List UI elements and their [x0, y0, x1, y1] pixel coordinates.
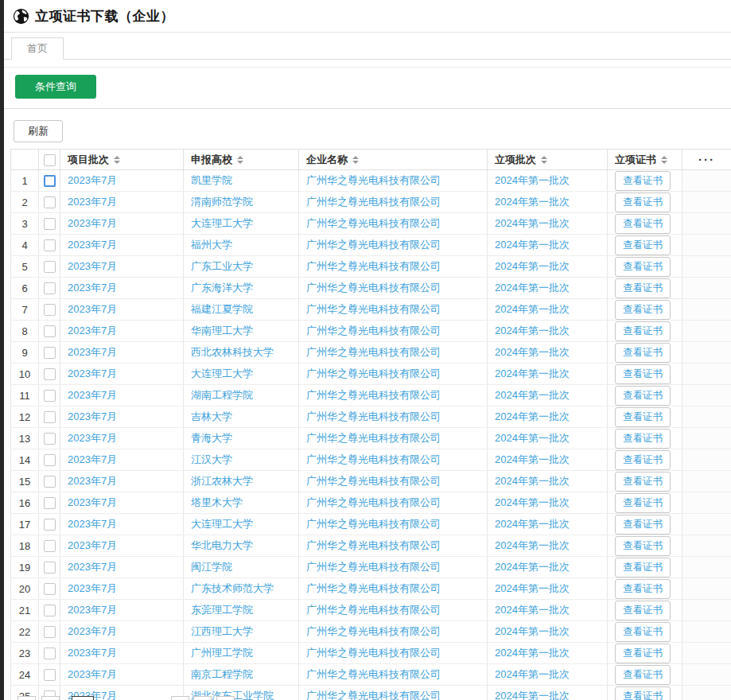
view-certificate-button[interactable]: 查看证书	[615, 171, 671, 191]
university-link[interactable]: 湖南工程学院	[191, 389, 253, 401]
row-checkbox[interactable]	[44, 304, 56, 316]
university-link[interactable]: 浙江农林大学	[191, 475, 253, 487]
company-link[interactable]: 广州华之尊光电科技有限公司	[306, 496, 441, 508]
pagination-button-fragment[interactable]	[17, 696, 36, 700]
row-checkbox[interactable]	[44, 519, 56, 531]
row-checkbox[interactable]	[44, 454, 56, 466]
approval-batch-link[interactable]: 2024年第一批次	[495, 668, 570, 680]
row-checkbox[interactable]	[44, 540, 56, 552]
view-certificate-button[interactable]: 查看证书	[615, 257, 671, 277]
view-certificate-button[interactable]: 查看证书	[615, 429, 671, 449]
view-certificate-button[interactable]: 查看证书	[615, 450, 671, 470]
company-link[interactable]: 广州华之尊光电科技有限公司	[306, 475, 441, 487]
column-header-1[interactable]: 申报高校	[184, 150, 299, 170]
project-batch-link[interactable]: 2023年7月	[68, 604, 117, 616]
column-header-4[interactable]: 立项证书	[608, 150, 682, 170]
view-certificate-button[interactable]: 查看证书	[615, 665, 671, 685]
project-batch-link[interactable]: 2023年7月	[68, 668, 117, 680]
tab-home[interactable]: 首页	[11, 37, 64, 60]
view-certificate-button[interactable]: 查看证书	[615, 407, 671, 427]
university-link[interactable]: 福州大学	[191, 239, 232, 251]
row-checkbox[interactable]	[44, 562, 56, 574]
project-batch-link[interactable]: 2023年7月	[68, 496, 117, 508]
approval-batch-link[interactable]: 2024年第一批次	[495, 260, 570, 272]
pagination-button-fragment[interactable]	[41, 696, 60, 700]
view-certificate-button[interactable]: 查看证书	[615, 515, 671, 535]
university-link[interactable]: 西北农林科技大学	[191, 346, 274, 358]
row-checkbox[interactable]	[44, 476, 56, 488]
company-link[interactable]: 广州华之尊光电科技有限公司	[306, 690, 441, 700]
company-link[interactable]: 广州华之尊光电科技有限公司	[306, 217, 441, 229]
approval-batch-link[interactable]: 2024年第一批次	[495, 368, 570, 379]
approval-batch-link[interactable]: 2024年第一批次	[495, 496, 570, 508]
approval-batch-link[interactable]: 2024年第一批次	[495, 539, 570, 551]
approval-batch-link[interactable]: 2024年第一批次	[495, 389, 570, 401]
project-batch-link[interactable]: 2023年7月	[68, 282, 117, 294]
university-link[interactable]: 凯里学院	[191, 174, 232, 186]
university-link[interactable]: 华南理工大学	[191, 325, 253, 336]
university-link[interactable]: 塔里木大学	[191, 496, 243, 508]
approval-batch-link[interactable]: 2024年第一批次	[495, 282, 570, 294]
pagination-button-fragment[interactable]	[171, 696, 189, 700]
sort-icon[interactable]	[541, 156, 547, 164]
view-certificate-button[interactable]: 查看证书	[615, 644, 671, 663]
project-batch-link[interactable]: 2023年7月	[68, 647, 117, 659]
university-link[interactable]: 渭南师范学院	[191, 196, 253, 208]
more-columns-button[interactable]: ···	[698, 153, 715, 166]
company-link[interactable]: 广州华之尊光电科技有限公司	[306, 432, 441, 444]
view-certificate-button[interactable]: 查看证书	[615, 300, 671, 320]
approval-batch-link[interactable]: 2024年第一批次	[495, 625, 570, 637]
project-batch-link[interactable]: 2023年7月	[68, 518, 117, 530]
view-certificate-button[interactable]: 查看证书	[615, 321, 671, 341]
row-checkbox[interactable]	[44, 347, 56, 359]
company-link[interactable]: 广州华之尊光电科技有限公司	[306, 668, 441, 680]
approval-batch-link[interactable]: 2024年第一批次	[495, 239, 570, 251]
project-batch-link[interactable]: 2023年7月	[68, 325, 117, 336]
university-link[interactable]: 广州理工学院	[191, 647, 253, 659]
project-batch-link[interactable]: 2023年7月	[68, 432, 117, 444]
project-batch-link[interactable]: 2023年7月	[68, 239, 117, 251]
project-batch-link[interactable]: 2023年7月	[68, 561, 117, 573]
project-batch-link[interactable]: 2023年7月	[68, 389, 117, 401]
sort-icon[interactable]	[237, 156, 243, 164]
company-link[interactable]: 广州华之尊光电科技有限公司	[306, 346, 441, 358]
project-batch-link[interactable]: 2023年7月	[68, 346, 117, 358]
company-link[interactable]: 广州华之尊光电科技有限公司	[306, 604, 441, 616]
project-batch-link[interactable]: 2023年7月	[68, 303, 117, 315]
row-checkbox[interactable]	[44, 605, 56, 616]
row-checkbox[interactable]	[44, 239, 56, 251]
project-batch-link[interactable]: 2023年7月	[68, 625, 117, 637]
row-checkbox[interactable]	[44, 497, 56, 509]
column-header-2[interactable]: 企业名称	[299, 150, 488, 170]
view-certificate-button[interactable]: 查看证书	[615, 343, 671, 363]
university-link[interactable]: 青海大学	[191, 432, 232, 444]
project-batch-link[interactable]: 2023年7月	[68, 217, 117, 229]
university-link[interactable]: 大连理工大学	[191, 217, 253, 229]
university-link[interactable]: 江汉大学	[191, 453, 232, 465]
approval-batch-link[interactable]: 2024年第一批次	[495, 432, 570, 444]
row-checkbox[interactable]	[44, 261, 56, 273]
company-link[interactable]: 广州华之尊光电科技有限公司	[306, 453, 441, 465]
approval-batch-link[interactable]: 2024年第一批次	[495, 518, 570, 530]
approval-batch-link[interactable]: 2024年第一批次	[495, 475, 570, 487]
project-batch-link[interactable]: 2023年7月	[68, 368, 117, 379]
university-link[interactable]: 华北电力大学	[191, 539, 253, 551]
company-link[interactable]: 广州华之尊光电科技有限公司	[306, 539, 441, 551]
company-link[interactable]: 广州华之尊光电科技有限公司	[306, 260, 441, 272]
project-batch-link[interactable]: 2023年7月	[68, 539, 117, 551]
refresh-button[interactable]: 刷新	[14, 120, 63, 142]
approval-batch-link[interactable]: 2024年第一批次	[495, 410, 570, 422]
university-link[interactable]: 广东工业大学	[191, 260, 253, 272]
row-checkbox[interactable]	[44, 433, 56, 445]
pagination-page-input-fragment[interactable]	[72, 696, 94, 700]
approval-batch-link[interactable]: 2024年第一批次	[495, 604, 570, 616]
row-checkbox[interactable]	[44, 583, 56, 595]
company-link[interactable]: 广州华之尊光电科技有限公司	[306, 368, 441, 379]
approval-batch-link[interactable]: 2024年第一批次	[495, 690, 570, 700]
company-link[interactable]: 广州华之尊光电科技有限公司	[306, 625, 441, 637]
row-checkbox[interactable]	[44, 325, 56, 337]
project-batch-link[interactable]: 2023年7月	[68, 260, 117, 272]
approval-batch-link[interactable]: 2024年第一批次	[495, 453, 570, 465]
view-certificate-button[interactable]: 查看证书	[615, 622, 671, 642]
view-certificate-button[interactable]: 查看证书	[615, 472, 671, 492]
